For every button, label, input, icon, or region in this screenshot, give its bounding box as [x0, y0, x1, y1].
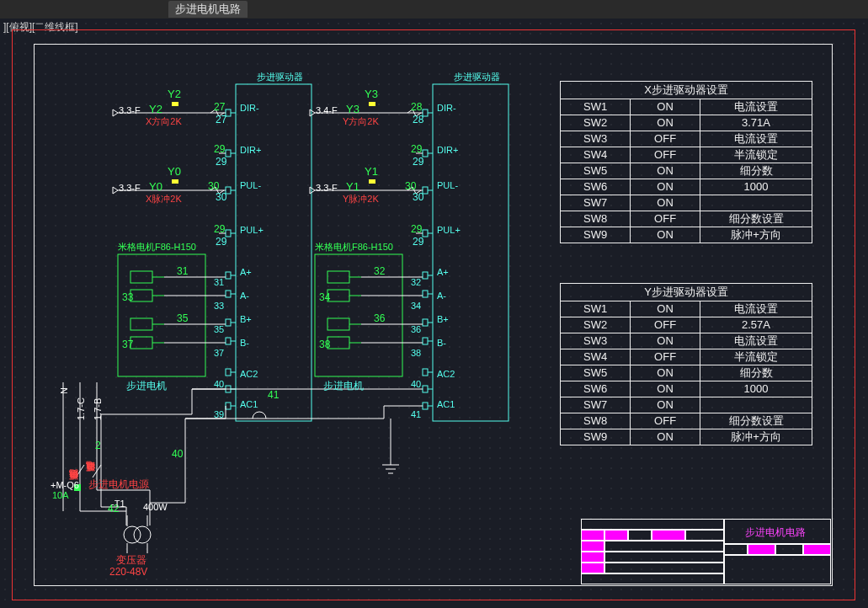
pwr-caption: 步进电机电源	[88, 477, 149, 492]
trans-w: 400W	[143, 502, 168, 512]
table-cell: 3.71A	[700, 115, 812, 131]
pin-x-bm: B-	[240, 338, 249, 348]
label-motor-y: 步进电机	[323, 379, 364, 393]
table-cell: OFF	[631, 349, 700, 365]
mw-l4: 37	[122, 339, 133, 350]
pinno-x-am: 33	[214, 301, 224, 311]
svg-point-80	[124, 526, 141, 543]
label-y-driver: 步进驱动器	[454, 71, 500, 83]
pin-y-dirp: DIR+	[437, 145, 458, 155]
label-wire-29g2: 29	[214, 223, 225, 235]
drawing-canvas[interactable]: ][俯视][二维线框]	[0, 19, 868, 608]
pinno-y-ap: 32	[411, 277, 421, 287]
pin-x-am: A-	[240, 291, 249, 301]
svg-rect-33	[226, 319, 231, 326]
svg-rect-61	[423, 386, 428, 392]
app-titlebar: 步进电机电路	[0, 0, 868, 19]
table-cell: ON	[631, 227, 700, 243]
table-row: SW4OFF半流锁定	[561, 349, 812, 365]
svg-rect-4	[130, 271, 152, 283]
table-title: Y步进驱动器设置	[561, 284, 812, 301]
table-cell: SW8	[561, 211, 631, 227]
label-x-cap-bot: X脉冲2K	[146, 193, 182, 205]
pin-y-ac1: AC1	[437, 399, 455, 409]
document-tab[interactable]: 步进电机电路	[168, 1, 248, 18]
table-cell: 脉冲+方向	[700, 429, 812, 445]
label-x-sig-top: 3.3-F	[119, 105, 141, 115]
svg-rect-10	[130, 337, 152, 349]
svg-rect-29	[226, 272, 231, 279]
table-cell: ON	[631, 301, 700, 317]
table-cell: 细分数设置	[700, 413, 812, 429]
table-row: SW8OFF细分数设置	[561, 413, 812, 429]
pin-x-bp: B+	[240, 314, 252, 324]
table-row: SW1ON电流设置	[561, 301, 812, 317]
label-y-wire-29g2: 29	[411, 223, 422, 235]
table-cell: SW5	[561, 163, 631, 179]
table-cell: 1000	[700, 179, 812, 195]
table-cell: OFF	[631, 211, 700, 227]
pin-y-ac2: AC2	[437, 369, 455, 379]
svg-rect-59	[423, 369, 428, 376]
table-cell: ON	[631, 365, 700, 381]
trans-ref: -T1	[111, 499, 125, 509]
pin-y-bm: B-	[437, 338, 446, 348]
label-wire-30g: 30	[208, 180, 219, 192]
label-y-wire-28g: 28	[411, 101, 422, 113]
table-row: SW2OFF2.57A	[561, 317, 812, 333]
table-cell: ON	[631, 333, 700, 349]
table-cell: SW3	[561, 131, 631, 147]
table-cell: ON	[631, 163, 700, 179]
table-cell: 1000	[700, 381, 812, 397]
pwr-wire-no: 2	[95, 440, 101, 451]
label-motor-y-model: 米格电机F86-H150	[315, 241, 393, 253]
table-cell: SW1	[561, 301, 631, 317]
table-row: SW8OFF细分数设置	[561, 211, 812, 227]
pin-y-pulp: PUL+	[437, 225, 461, 235]
label-motor-x-model: 米格电机F86-H150	[118, 241, 196, 253]
label-wire-29g: 29	[214, 143, 225, 155]
table-cell: SW2	[561, 317, 631, 333]
table-cell: SW4	[561, 349, 631, 365]
table-cell: SW7	[561, 397, 631, 413]
svg-rect-93	[369, 102, 375, 106]
svg-rect-91	[172, 102, 178, 106]
table-cell: 电流设置	[700, 99, 812, 115]
table-cell: 2.57A	[700, 317, 812, 333]
breaker-cur: 10A	[52, 490, 69, 500]
titleblock-name: 步进电机电路	[745, 525, 806, 540]
table-cell: SW4	[561, 147, 631, 163]
svg-rect-53	[423, 291, 428, 297]
svg-rect-51	[423, 272, 428, 279]
table-cell: 半流锁定	[700, 147, 812, 163]
label-y-cap-bot: Y脉冲2K	[343, 193, 379, 205]
label-x-cap-top: X方向2K	[146, 115, 182, 128]
table-row: SW7ON	[561, 397, 812, 413]
pin-x-dirp: DIR+	[240, 145, 261, 155]
table-row: SW5ON细分数	[561, 365, 812, 381]
bus-41: 41	[268, 389, 279, 401]
svg-rect-31	[226, 291, 231, 297]
label-motor-x: 步进电机	[126, 379, 167, 393]
table-cell	[700, 195, 812, 211]
label-wire-30c: 30	[216, 191, 226, 203]
bus-40: 40	[172, 448, 183, 460]
table-cell: 细分数设置	[700, 211, 812, 227]
svg-rect-37	[226, 369, 231, 376]
mw-l1: 31	[177, 265, 188, 277]
neutral: N	[59, 382, 69, 394]
table-cell: OFF	[631, 147, 700, 163]
svg-rect-41	[226, 403, 231, 409]
label-y-y1: Y1	[346, 180, 359, 193]
pinno-y-ac2: 40	[411, 379, 421, 389]
table-cell: SW7	[561, 195, 631, 211]
table-row: SW3ON电流设置	[561, 333, 812, 349]
pinno-x-bp: 35	[214, 324, 224, 334]
label-wire-29c2: 29	[216, 236, 226, 248]
table-y-driver-settings: Y步进驱动器设置SW1ON电流设置SW2OFF2.57ASW3ON电流设置SW4…	[560, 283, 812, 445]
pin-x-pulm: PUL-	[240, 180, 261, 190]
label-y-wire-29c: 29	[413, 156, 423, 168]
table-cell: 电流设置	[700, 333, 812, 349]
svg-rect-2	[118, 254, 205, 376]
table-row: SW3OFF电流设置	[561, 131, 812, 147]
